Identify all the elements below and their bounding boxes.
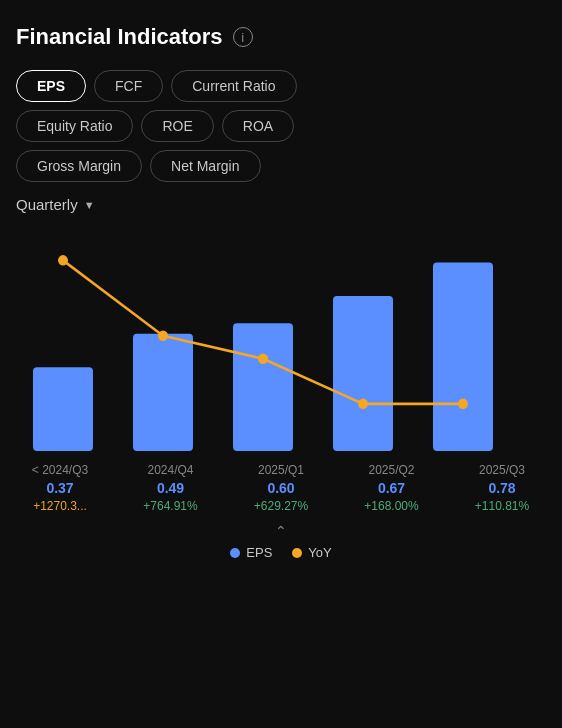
period-0: < 2024/Q3	[32, 463, 88, 477]
bar-q3-2024	[33, 367, 93, 451]
filter-btn-roe[interactable]: ROE	[141, 110, 213, 142]
yoy-dot	[292, 548, 302, 558]
period-4: 2025/Q3	[479, 463, 525, 477]
filter-row-3: Gross Margin Net Margin	[16, 150, 546, 182]
filter-btn-eps[interactable]: EPS	[16, 70, 86, 102]
legend-yoy: YoY	[292, 545, 331, 560]
eps-val-4: 0.78	[488, 480, 515, 496]
yoy-val-4: +110.81%	[475, 499, 529, 513]
data-col-4: 2025/Q3 0.78 +110.81%	[462, 463, 542, 513]
filter-btn-fcf[interactable]: FCF	[94, 70, 163, 102]
header: Financial Indicators i	[16, 24, 546, 50]
yoy-legend-label: YoY	[308, 545, 331, 560]
data-col-1: 2024/Q4 0.49 +764.91%	[131, 463, 211, 513]
filter-row-2: Equity Ratio ROE ROA	[16, 110, 546, 142]
eps-val-1: 0.49	[157, 480, 184, 496]
chevron-down-icon: ▼	[84, 199, 95, 211]
page-title: Financial Indicators	[16, 24, 223, 50]
bar-q2-2025	[333, 296, 393, 451]
dot-q1-2025	[258, 354, 268, 364]
chart-container	[16, 231, 546, 451]
period-3: 2025/Q2	[368, 463, 414, 477]
yoy-val-3: +168.00%	[364, 499, 418, 513]
eps-val-3: 0.67	[378, 480, 405, 496]
period-label: Quarterly	[16, 196, 78, 213]
scroll-up-icon[interactable]: ⌃	[16, 523, 546, 539]
legend-eps: EPS	[230, 545, 272, 560]
bar-q1-2025	[233, 323, 293, 451]
bar-q4-2024	[133, 334, 193, 451]
yoy-val-1: +764.91%	[143, 499, 197, 513]
filter-btn-current-ratio[interactable]: Current Ratio	[171, 70, 296, 102]
dot-q4-2024	[158, 331, 168, 341]
bar-q3-2025	[433, 262, 493, 451]
filter-btn-roa[interactable]: ROA	[222, 110, 294, 142]
filter-rows: EPS FCF Current Ratio Equity Ratio ROE R…	[16, 70, 546, 182]
eps-val-0: 0.37	[46, 480, 73, 496]
yoy-val-0: +1270.3...	[33, 499, 87, 513]
eps-val-2: 0.60	[267, 480, 294, 496]
yoy-val-2: +629.27%	[254, 499, 308, 513]
data-col-2: 2025/Q1 0.60 +629.27%	[241, 463, 321, 513]
filter-btn-net-margin[interactable]: Net Margin	[150, 150, 260, 182]
data-col-0: < 2024/Q3 0.37 +1270.3...	[20, 463, 100, 513]
filter-btn-gross-margin[interactable]: Gross Margin	[16, 150, 142, 182]
data-labels: < 2024/Q3 0.37 +1270.3... 2024/Q4 0.49 +…	[16, 463, 546, 513]
eps-legend-label: EPS	[246, 545, 272, 560]
dot-q3-2024	[58, 255, 68, 265]
dot-q2-2025	[358, 399, 368, 409]
info-icon[interactable]: i	[233, 27, 253, 47]
chart-legend: EPS YoY	[16, 545, 546, 560]
eps-dot	[230, 548, 240, 558]
period-selector[interactable]: Quarterly ▼	[16, 196, 546, 213]
chart-svg	[16, 231, 546, 451]
dot-q3-2025	[458, 399, 468, 409]
period-2: 2025/Q1	[258, 463, 304, 477]
filter-row-1: EPS FCF Current Ratio	[16, 70, 546, 102]
filter-btn-equity-ratio[interactable]: Equity Ratio	[16, 110, 133, 142]
data-col-3: 2025/Q2 0.67 +168.00%	[352, 463, 432, 513]
period-1: 2024/Q4	[147, 463, 193, 477]
